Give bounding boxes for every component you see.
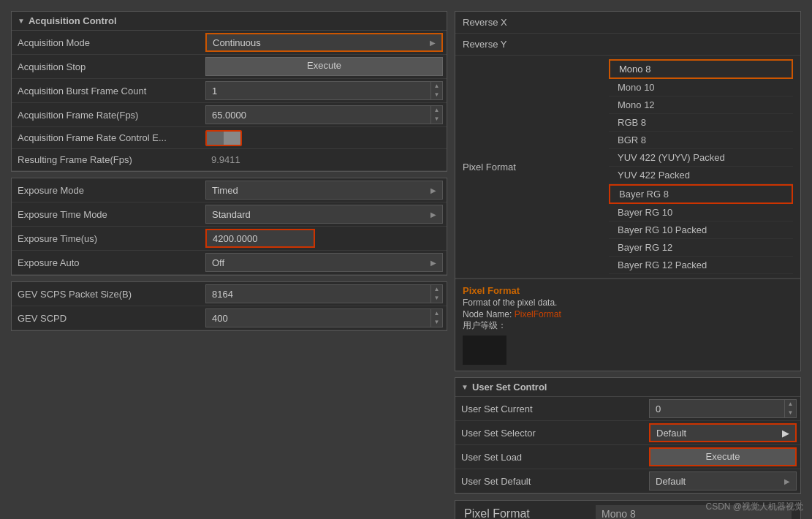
pixel-preview-box	[463, 336, 506, 365]
frame-rate-toggle[interactable]	[205, 130, 242, 146]
pixel-item-yuv422yuyv[interactable]: YUV 422 (YUYV) Packed	[609, 149, 793, 167]
burst-frame-up[interactable]: ▲	[431, 82, 442, 91]
pixel-item-rgb8[interactable]: RGB 8	[609, 114, 793, 132]
collapse-arrow: ▼	[18, 17, 25, 25]
gev-scpd-down[interactable]: ▼	[431, 318, 442, 327]
burst-frame-down[interactable]: ▼	[431, 91, 442, 99]
resulting-frame-rate-row: Resulting Frame Rate(Fps) 9.9411	[12, 149, 447, 171]
gev-packet-size-arrows: ▲ ▼	[431, 284, 443, 303]
user-set-selector-row: User Set Selector Default ▶	[455, 421, 800, 445]
pixel-item-yuv422[interactable]: YUV 422 Packed	[609, 167, 793, 184]
acquisition-mode-value[interactable]: Continuous ▶	[202, 31, 447, 54]
frame-rate-up[interactable]: ▲	[431, 106, 442, 115]
acquisition-stop-label: Acquisition Stop	[12, 58, 202, 76]
pixel-format-label-row: Pixel Format Mono 8 Mono 10 Mono 12 RGB …	[455, 56, 800, 279]
frame-rate-row: Acquisition Frame Rate(Fps) ▲ ▼	[12, 103, 447, 127]
exposure-auto-value[interactable]: Off ▶	[202, 251, 447, 274]
exposure-auto-dropdown[interactable]: Off ▶	[205, 253, 443, 272]
gev-scpd-input[interactable]	[205, 308, 431, 327]
pixel-item-bayerrg12[interactable]: Bayer RG 12	[609, 239, 793, 257]
dropdown-arrow: ▶	[430, 39, 436, 47]
exposure-time-mode-label: Exposure Time Mode	[12, 205, 202, 224]
acquisition-panel-header: ▼ Acquisition Control	[12, 12, 447, 31]
exposure-mode-dropdown[interactable]: Timed ▶	[205, 181, 443, 200]
frame-rate-input[interactable]	[205, 105, 431, 124]
user-set-default-arrow: ▶	[784, 477, 790, 485]
user-set-selector-dropdown[interactable]: Default ▶	[649, 423, 797, 442]
gev-packet-size-value: ▲ ▼	[202, 282, 447, 306]
frame-rate-arrows: ▲ ▼	[431, 105, 443, 124]
frame-rate-control-label: Acquisition Frame Rate Control E...	[12, 129, 202, 147]
exposure-auto-label: Exposure Auto	[12, 254, 202, 272]
user-set-selector-text: Default	[656, 428, 686, 439]
user-set-selector-label: User Set Selector	[455, 424, 645, 442]
toggle-off-part	[207, 132, 224, 145]
user-set-current-down[interactable]: ▼	[785, 409, 796, 417]
user-set-current-input	[649, 399, 785, 418]
user-set-default-dropdown[interactable]: Default ▶	[649, 471, 797, 490]
exposure-mode-label: Exposure Mode	[12, 181, 202, 200]
dropdown-arrow-2: ▶	[430, 186, 436, 194]
frame-rate-value: ▲ ▼	[202, 103, 447, 126]
pixel-info-title: Pixel Format	[463, 285, 793, 296]
user-set-current-row: User Set Current ▲ ▼	[455, 397, 800, 421]
gev-packet-up[interactable]: ▲	[431, 285, 442, 294]
exposure-time-mode-dropdown[interactable]: Standard ▶	[205, 205, 443, 224]
exposure-auto-row: Exposure Auto Off ▶	[12, 251, 447, 275]
pixel-item-bgr8[interactable]: BGR 8	[609, 132, 793, 149]
reverse-x-label: Reverse X	[463, 17, 609, 28]
exposure-time-mode-text: Standard	[212, 209, 251, 220]
pixel-item-bayerrg8[interactable]: Bayer RG 8	[609, 184, 793, 204]
exposure-mode-value[interactable]: Timed ▶	[202, 178, 447, 202]
frame-rate-control-value[interactable]	[202, 128, 447, 148]
exposure-time-value[interactable]	[202, 227, 447, 250]
acquisition-mode-row: Acquisition Mode Continuous ▶	[12, 31, 447, 55]
gev-scpd-up[interactable]: ▲	[431, 309, 442, 318]
exposure-mode-row: Exposure Mode Timed ▶	[12, 178, 447, 202]
user-set-load-value[interactable]: Execute	[645, 445, 800, 469]
user-set-current-label: User Set Current	[455, 400, 645, 418]
user-set-default-label: User Set Default	[455, 472, 645, 490]
frame-rate-label: Acquisition Frame Rate(Fps)	[12, 106, 202, 124]
burst-frame-count-value: ▲ ▼	[202, 79, 447, 102]
exposure-time-row: Exposure Time(us)	[12, 227, 447, 251]
exposure-time-mode-value[interactable]: Standard ▶	[202, 202, 447, 226]
node-label-text: Node Name:	[463, 309, 512, 319]
user-set-header: ▼ User Set Control	[455, 378, 800, 397]
user-set-selector-value[interactable]: Default ▶	[645, 421, 800, 444]
user-set-default-text: Default	[656, 476, 686, 487]
pixel-item-bayerrg10packed[interactable]: Bayer RG 10 Packed	[609, 221, 793, 239]
user-set-load-row: User Set Load Execute	[455, 445, 800, 469]
gev-scpd-row: GEV SCPD ▲ ▼	[12, 306, 447, 330]
burst-frame-count-input[interactable]	[205, 81, 431, 100]
reverse-y-label: Reverse Y	[463, 39, 609, 50]
user-set-panel: ▼ User Set Control User Set Current ▲ ▼	[455, 377, 801, 494]
gev-packet-size-label: GEV SCPS Packet Size(B)	[12, 285, 202, 303]
pixel-item-mono10[interactable]: Mono 10	[609, 79, 793, 96]
gev-scpd-arrows: ▲ ▼	[431, 308, 443, 327]
acquisition-control-panel: ▼ Acquisition Control Acquisition Mode C…	[11, 11, 447, 172]
user-set-title: User Set Control	[472, 382, 547, 393]
user-set-default-value[interactable]: Default ▶	[645, 469, 800, 493]
acquisition-stop-button[interactable]: Execute	[205, 57, 443, 76]
node-value-text: PixelFormat	[515, 309, 561, 319]
exposure-time-mode-row: Exposure Time Mode Standard ▶	[12, 202, 447, 227]
pixel-item-bayerrg12packed[interactable]: Bayer RG 12 Packed	[609, 257, 793, 274]
resulting-frame-rate-label: Resulting Frame Rate(Fps)	[12, 151, 202, 169]
gev-packet-down[interactable]: ▼	[431, 294, 442, 303]
gev-packet-size-input[interactable]	[205, 284, 431, 303]
user-set-current-up[interactable]: ▲	[785, 400, 796, 409]
pixel-item-mono12[interactable]: Mono 12	[609, 96, 793, 114]
frame-rate-down[interactable]: ▼	[431, 115, 442, 124]
user-set-load-button[interactable]: Execute	[649, 447, 797, 466]
pixel-item-bayerrg10[interactable]: Bayer RG 10	[609, 204, 793, 221]
pixel-info-box: Pixel Format Format of the pixel data. N…	[455, 279, 800, 371]
pixel-item-mono8[interactable]: Mono 8	[609, 59, 793, 79]
gev-panel: GEV SCPS Packet Size(B) ▲ ▼ GEV SCPD	[11, 281, 447, 331]
acquisition-mode-dropdown[interactable]: Continuous ▶	[205, 33, 443, 52]
dropdown-arrow-3: ▶	[430, 211, 436, 219]
pixel-info-desc: Format of the pixel data.	[463, 298, 793, 308]
exposure-time-input[interactable]	[205, 229, 315, 248]
acquisition-stop-row: Acquisition Stop Execute	[12, 55, 447, 79]
acquisition-stop-value[interactable]: Execute	[202, 55, 447, 78]
